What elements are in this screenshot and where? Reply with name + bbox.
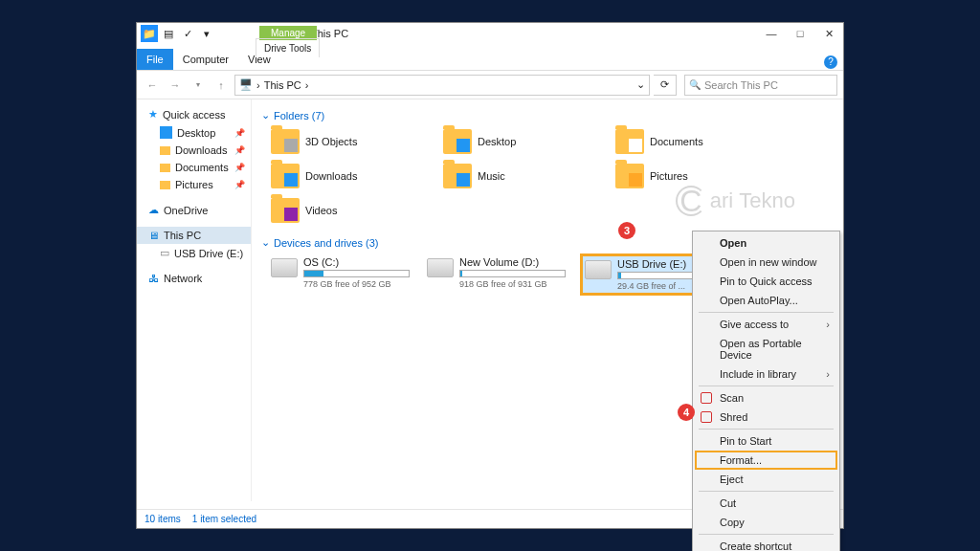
drive-capacity-bar <box>303 270 410 277</box>
menu-item-copy[interactable]: Copy <box>695 513 837 532</box>
pin-icon: 📌 <box>234 163 245 172</box>
menu-item-pin-to-start[interactable]: Pin to Start <box>695 431 837 451</box>
folder-label: Videos <box>305 205 337 216</box>
pc-icon: 🖥️ <box>239 78 253 91</box>
menu-separator <box>699 534 834 535</box>
menu-item-create-shortcut[interactable]: Create shortcut <box>695 537 837 551</box>
cloud-icon: ☁ <box>148 204 159 216</box>
drive-label: OS (C:) <box>303 256 410 268</box>
breadcrumb-sep[interactable]: › <box>305 79 309 91</box>
refresh-button[interactable]: ⟳ <box>654 75 677 96</box>
collapse-icon: ⌄ <box>261 236 270 249</box>
sidebar-quick-access[interactable]: ★Quick access <box>137 105 251 123</box>
pin-icon: 📌 <box>234 180 245 189</box>
menu-separator <box>699 312 834 313</box>
nav-tree: ★Quick access Desktop📌 Downloads📌 Docume… <box>137 99 252 501</box>
up-button[interactable]: ↑ <box>212 76 231 95</box>
folder-icon <box>271 164 300 188</box>
menu-item-scan[interactable]: Scan <box>695 388 837 408</box>
folder-item[interactable]: Desktop <box>443 129 577 154</box>
folder-icon <box>615 164 644 188</box>
menu-item-format[interactable]: Format... <box>695 451 837 470</box>
address-bar[interactable]: 🖥️ › This PC › ⌄ <box>234 75 650 96</box>
menu-item-open-as-portable-device[interactable]: Open as Portable Device <box>695 334 837 364</box>
minimize-button[interactable]: — <box>757 23 786 44</box>
folder-item[interactable]: Downloads <box>271 164 405 188</box>
sidebar-item-pictures[interactable]: Pictures📌 <box>137 176 251 193</box>
drive-free-text: 918 GB free of 931 GB <box>459 279 566 289</box>
nav-toolbar: ← → ▾ ↑ 🖥️ › This PC › ⌄ ⟳ 🔍 Search This… <box>137 71 843 99</box>
sidebar-item-desktop[interactable]: Desktop📌 <box>137 123 251 142</box>
sidebar-item-downloads[interactable]: Downloads📌 <box>137 142 251 159</box>
breadcrumb-sep: › <box>256 79 260 91</box>
folder-icon <box>160 146 170 155</box>
forward-button[interactable]: → <box>166 76 185 95</box>
menu-separator <box>699 386 834 386</box>
ribbon-tabs: File Computer View Drive Tools <box>137 44 843 71</box>
qat-new-folder-icon[interactable]: ✓ <box>179 25 196 42</box>
close-button[interactable]: ✕ <box>814 23 843 44</box>
drive-icon <box>427 258 454 277</box>
folder-icon <box>160 181 170 189</box>
quick-access-toolbar: 📁 ▤ ✓ ▾ <box>137 25 215 42</box>
folder-item[interactable]: Videos <box>271 198 405 223</box>
menu-item-cut[interactable]: Cut <box>695 494 837 513</box>
network-icon: 🖧 <box>148 273 159 284</box>
context-menu: OpenOpen in new windowPin to Quick acces… <box>692 231 840 551</box>
folder-icon <box>443 129 472 154</box>
shield-icon <box>701 411 712 423</box>
sidebar-onedrive[interactable]: ☁OneDrive <box>137 201 251 219</box>
shield-icon <box>701 392 712 404</box>
qat-dropdown-icon[interactable]: ▾ <box>198 25 215 42</box>
pin-icon: 📌 <box>234 128 245 138</box>
folder-label: Pictures <box>650 170 688 182</box>
folder-item[interactable]: Music <box>443 164 577 188</box>
tab-drive-tools[interactable]: Drive Tools <box>256 38 320 57</box>
back-button[interactable]: ← <box>143 76 162 95</box>
breadcrumb-root[interactable]: This PC <box>264 79 301 91</box>
annotation-badge-3: 3 <box>618 222 635 239</box>
menu-item-open[interactable]: Open <box>695 233 837 253</box>
search-icon: 🔍 <box>689 79 701 90</box>
menu-item-eject[interactable]: Eject <box>695 470 837 489</box>
explorer-window: 📁 ▤ ✓ ▾ This PC — □ ✕ Manage File Comput… <box>136 22 844 529</box>
section-folders-header[interactable]: ⌄Folders (7) <box>261 109 834 121</box>
folder-label: 3D Objects <box>305 136 357 147</box>
folder-item[interactable]: Pictures <box>615 164 749 188</box>
menu-separator <box>699 429 834 430</box>
app-icon[interactable]: 📁 <box>141 25 158 42</box>
menu-item-open-autoplay[interactable]: Open AutoPlay... <box>695 291 837 310</box>
sidebar-usb-drive[interactable]: ▭USB Drive (E:) <box>137 244 251 262</box>
menu-item-open-in-new-window[interactable]: Open in new window <box>695 253 837 272</box>
tab-file[interactable]: File <box>137 49 173 70</box>
titlebar: 📁 ▤ ✓ ▾ This PC — □ ✕ <box>137 23 843 44</box>
folder-label: Music <box>478 170 505 182</box>
folder-icon <box>271 198 300 223</box>
folder-item[interactable]: 3D Objects <box>271 129 405 154</box>
drive-item[interactable]: New Volume (D:) 918 GB free of 931 GB <box>427 256 566 293</box>
folder-icon <box>160 164 170 172</box>
menu-item-pin-to-quick-access[interactable]: Pin to Quick access <box>695 272 837 291</box>
folder-icon <box>443 164 472 188</box>
sidebar-item-documents[interactable]: Documents📌 <box>137 159 251 176</box>
recent-dropdown-icon[interactable]: ▾ <box>189 76 208 95</box>
sidebar-this-pc[interactable]: 🖥This PC <box>137 227 251 244</box>
folder-icon <box>271 129 300 154</box>
qat-properties-icon[interactable]: ▤ <box>160 25 177 42</box>
status-item-count: 10 items <box>145 514 181 524</box>
address-dropdown-icon[interactable]: ⌄ <box>636 78 645 91</box>
maximize-button[interactable]: □ <box>786 23 814 44</box>
sidebar-network[interactable]: 🖧Network <box>137 270 251 287</box>
menu-item-include-in-library[interactable]: Include in library <box>695 364 837 384</box>
search-input[interactable]: 🔍 Search This PC <box>684 75 837 96</box>
drive-item[interactable]: OS (C:) 778 GB free of 952 GB <box>271 256 410 293</box>
desktop-icon <box>160 126 172 139</box>
folder-item[interactable]: Documents <box>615 129 749 154</box>
tab-computer[interactable]: Computer <box>173 49 238 70</box>
folder-label: Downloads <box>305 170 357 182</box>
menu-item-shred[interactable]: Shred <box>695 408 837 427</box>
help-icon[interactable]: ? <box>824 55 837 69</box>
collapse-icon: ⌄ <box>261 109 270 121</box>
menu-item-give-access-to[interactable]: Give access to <box>695 315 837 334</box>
menu-separator <box>699 491 834 492</box>
